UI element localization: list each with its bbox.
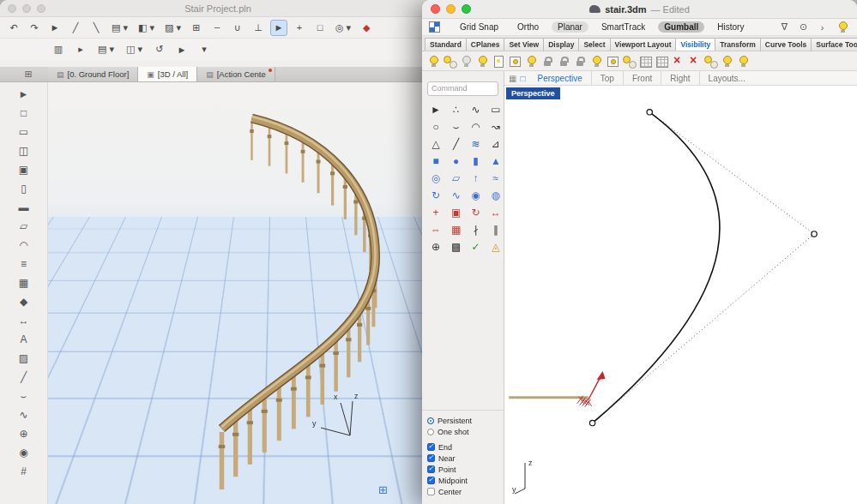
revolve-tool[interactable]: ↻ <box>425 188 446 204</box>
text-tool[interactable]: A <box>10 330 38 348</box>
smarttrack-toggle[interactable]: SmartTrack <box>595 21 651 33</box>
analyze-tool[interactable]: ◬ <box>486 239 506 255</box>
polygon-tool[interactable]: △ <box>425 136 446 153</box>
freeform-tool[interactable]: ↝ <box>486 119 506 135</box>
extrude-tool[interactable]: ↑ <box>466 171 485 187</box>
grid-object-icon[interactable]: ⊞ <box>378 483 388 496</box>
layer-dropdown[interactable]: ▤ ▾ <box>108 20 131 36</box>
vtab-front[interactable]: Front <box>623 71 661 85</box>
layer-grid-icon[interactable] <box>638 54 653 69</box>
pen-set-dropdown[interactable]: ◧ ▾ <box>135 20 158 36</box>
zoom-button[interactable] <box>37 4 45 13</box>
unlock-objects-icon[interactable] <box>557 54 571 69</box>
cylinder-tool[interactable]: ▮ <box>466 153 485 170</box>
show-layer-box-icon[interactable] <box>508 54 522 69</box>
plane-tool[interactable]: ▱ <box>446 171 466 187</box>
viewport-grid-icon[interactable]: ▦ <box>509 74 516 83</box>
zoom-button[interactable] <box>462 4 471 14</box>
near-checkbox[interactable]: Near <box>427 453 498 464</box>
array-tool[interactable]: ▦ <box>446 222 466 238</box>
close-button[interactable] <box>431 4 440 14</box>
quad-view-icon[interactable]: ⊞ <box>9 67 48 81</box>
expand-button[interactable]: ▸ <box>72 41 89 57</box>
line-tool[interactable]: ╱ <box>446 136 466 153</box>
point-checkbox[interactable]: Point <box>427 464 498 475</box>
point-tool[interactable]: ∴ <box>446 102 466 118</box>
tab-standard[interactable]: Standard <box>425 38 467 51</box>
rotate-tool[interactable]: ↻ <box>466 205 485 221</box>
tab-action-center[interactable]: ▤ [Action Cente <box>197 67 275 81</box>
midpoint-checkbox[interactable]: Midpoint <box>427 475 498 486</box>
curve-tool[interactable]: ∿ <box>466 102 485 118</box>
check-tool[interactable]: ✓ <box>466 239 485 255</box>
stair-tool[interactable]: ≡ <box>10 255 38 273</box>
tab-transform[interactable]: Transform <box>715 38 761 51</box>
persistent-radio[interactable]: Persistent <box>427 415 498 426</box>
viewport-single-icon[interactable]: □ <box>520 74 525 83</box>
delete-red-button[interactable]: ◆ <box>358 20 375 36</box>
scale-tool[interactable]: ↔ <box>486 205 506 221</box>
isolate-bulb-icon[interactable] <box>475 54 490 69</box>
hide-objects-bulb-icon[interactable] <box>459 54 474 69</box>
bulb-pencil-icon[interactable] <box>589 54 604 69</box>
tab-surface-tools[interactable]: Surface Tools <box>811 38 857 51</box>
hotspot-tool[interactable]: ⊕ <box>10 424 38 442</box>
sweep-tool[interactable]: ∿ <box>446 188 466 204</box>
marquee-tool[interactable]: □ <box>10 104 38 122</box>
tab-display[interactable]: Display <box>543 38 579 51</box>
swap-visibility-bulbs-icon[interactable] <box>443 54 457 69</box>
one-shot-radio[interactable]: One shot <box>427 426 498 437</box>
tab-visibility[interactable]: Visibility <box>675 38 715 51</box>
marquee-button[interactable]: □ <box>311 20 329 36</box>
control-point[interactable] <box>589 420 594 425</box>
move-button[interactable]: + <box>291 20 308 36</box>
tab-select[interactable]: Select <box>578 38 610 51</box>
bulb-pair2-icon[interactable] <box>703 54 718 69</box>
layer-grid-on-icon[interactable] <box>655 54 669 69</box>
move-tool[interactable]: + <box>425 205 446 221</box>
split-tool[interactable]: ∥ <box>486 222 506 238</box>
cplane-grid-icon[interactable] <box>429 21 440 33</box>
arrow-tool[interactable]: ► <box>10 85 38 103</box>
line-tool[interactable]: ╱ <box>10 368 38 386</box>
wall-tool[interactable]: ▭ <box>10 123 38 141</box>
fill-dropdown[interactable]: ▨ ▾ <box>161 20 184 36</box>
gumball-toggle[interactable]: Gumball <box>658 21 704 33</box>
torus-tool[interactable]: ◎ <box>425 171 446 187</box>
link-bulbs-icon[interactable] <box>622 54 637 69</box>
cursor-snap-button[interactable]: ► <box>270 20 287 36</box>
tab-viewport-layout[interactable]: Viewport Layout <box>610 38 677 51</box>
join-tool[interactable]: ⊕ <box>425 239 446 255</box>
tab-cplanes[interactable]: CPlanes <box>466 38 505 51</box>
filter-icon[interactable]: ∇ <box>779 21 790 34</box>
camera-tool[interactable]: ◉ <box>10 443 38 461</box>
bulb-end-icon[interactable] <box>736 54 751 69</box>
story-dropdown[interactable]: ◫ ▾ <box>123 41 146 57</box>
rectangle-tool[interactable]: ▭ <box>486 102 506 118</box>
arc-tool[interactable]: ⌣ <box>446 119 466 135</box>
slab-tool[interactable]: ▱ <box>10 217 38 235</box>
sphere-tool[interactable]: ● <box>446 153 466 170</box>
vtab-right[interactable]: Right <box>661 71 698 85</box>
perspective-viewport[interactable]: Perspective <box>504 86 857 504</box>
rhino-titlebar[interactable]: stair.3dm — Edited <box>422 0 857 19</box>
show-edit-bulb-icon[interactable] <box>524 54 539 69</box>
cone-tool[interactable]: ▲ <box>486 153 506 170</box>
command-input[interactable] <box>427 81 498 96</box>
copy-tool[interactable]: ▣ <box>446 205 466 221</box>
lock-swap-icon[interactable] <box>573 54 588 69</box>
center-checkbox[interactable]: Center <box>427 486 498 497</box>
view-dropdown[interactable]: ▤ ▾ <box>94 41 118 57</box>
brush-tool-button[interactable]: ╲ <box>88 20 105 36</box>
dimension-tool[interactable]: ↔ <box>10 311 38 329</box>
purge-icon[interactable] <box>687 54 702 69</box>
boolean-union-tool[interactable]: ◉ <box>466 188 485 204</box>
spline-tool[interactable]: ∿ <box>10 405 38 423</box>
bulb-extra-icon[interactable] <box>720 54 734 69</box>
control-point[interactable] <box>647 110 652 115</box>
tab-curve-tools[interactable]: Curve Tools <box>760 38 812 51</box>
fillet-tool[interactable]: ⊿ <box>486 136 506 153</box>
grid-toggle-button[interactable]: ⊞ <box>188 20 205 36</box>
planar-toggle[interactable]: Planar <box>552 21 588 33</box>
tab-3d-all[interactable]: ▣ [3D / All] <box>138 67 197 81</box>
